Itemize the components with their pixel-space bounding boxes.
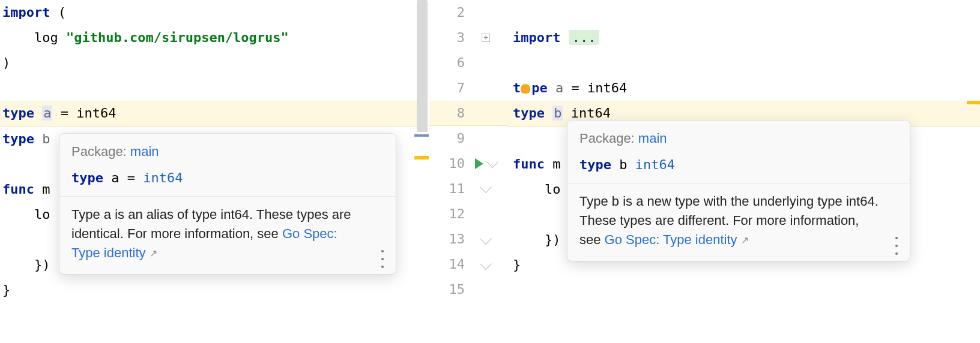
code-line[interactable]: } [0,278,420,303]
quick-doc-popup[interactable]: Package: main type a = int64 Type a is a… [59,133,396,275]
keyword-type-part: t [513,80,521,95]
text: lo [513,182,560,197]
line-number: 2 [429,0,465,25]
keyword-func: func [513,157,545,172]
identifier: a [111,170,119,185]
text: } [2,282,10,297]
text: = int64 [52,106,116,121]
keyword-import: import [513,30,569,45]
keyword-type: type [2,131,34,146]
doc-link[interactable]: Go Spec: Type identity ↗ [605,232,749,247]
identifier-a[interactable]: a [42,106,52,121]
line-number: 14 [429,252,465,277]
text: int64 [563,106,610,121]
fold-open-icon[interactable] [480,181,492,193]
editor-gutter: 2 3+ 6 7 8 9 10 11 12 13 14 15 [429,0,507,343]
text: } [513,257,521,272]
package-label: Package: [71,144,130,159]
scrollbar-thumb[interactable] [417,0,428,132]
popup-definition-row: type a = int64 [59,164,396,196]
gutter-row[interactable]: 8 [429,101,507,126]
gutter-row[interactable]: 2 [429,0,507,25]
more-actions-icon[interactable] [377,250,389,268]
popup-package-row: Package: main [567,121,910,151]
text: ) [2,55,10,70]
text: = int64 [563,80,627,95]
run-gutter-icon[interactable] [475,158,483,169]
space [34,106,42,121]
gutter-row[interactable]: 3+ [429,25,507,50]
text: ( [50,5,66,20]
more-actions-icon[interactable] [891,237,903,255]
code-line-blank[interactable] [0,76,420,101]
external-link-icon: ↗ [741,235,749,245]
identifier-b[interactable]: b [552,106,563,121]
gutter-row[interactable]: 13 [429,227,507,252]
folded-code-badge[interactable]: ... [569,30,600,45]
gutter-row[interactable]: 7 [429,76,507,101]
external-link-icon: ↗ [150,248,157,258]
space [627,157,635,172]
type-name: int64 [635,157,675,172]
line-number: 13 [429,227,465,252]
space [34,131,42,146]
gutter-row[interactable]: 14 [429,252,507,277]
gutter-row[interactable]: 12 [429,201,507,227]
code-line[interactable]: import ... [507,25,980,50]
code-line-blank[interactable] [507,50,980,76]
gutter-row[interactable]: 15 [429,277,507,302]
keyword-type: type [71,170,103,185]
string-literal: "github.com/sirupsen/logrus" [66,30,289,45]
code-line[interactable]: log "github.com/sirupsen/logrus" [0,25,420,50]
popup-definition-row: type b int64 [567,151,910,183]
code-line[interactable]: tpe a = int64 [507,76,980,101]
code-line-blank[interactable] [507,0,980,25]
text: lo [2,207,50,222]
doc-link-text: Go Spec: Type identity [605,232,737,247]
intention-bulb-icon[interactable] [521,84,530,94]
text: m [545,157,561,172]
popup-description: Type a is an alias of type int64. These … [59,196,396,274]
fold-end-icon[interactable] [480,258,492,270]
code-line-highlighted[interactable]: type a = int64 [0,101,420,127]
fold-closed-icon[interactable]: + [482,34,490,42]
marker-stripe[interactable] [414,156,429,160]
package-link[interactable]: main [638,131,667,146]
identifier-a: a [555,80,563,95]
popup-package-row: Package: main [59,134,396,164]
line-number: 10 [429,151,465,176]
line-number: 9 [429,126,465,151]
keyword-type: type [2,106,34,121]
text: = [119,170,143,185]
space [103,170,111,185]
text: m [34,182,50,197]
gutter-row[interactable]: 11 [429,176,507,201]
quick-doc-popup[interactable]: Package: main type b int64 Type b is a n… [567,120,910,261]
line-number: 12 [429,201,465,227]
fold-open-icon[interactable] [486,156,498,168]
text: log [2,30,66,45]
keyword-type: type [513,106,552,121]
gutter-row[interactable]: 10 [429,151,507,176]
line-number: 7 [429,76,465,101]
text: }) [2,257,50,272]
identifier: b [619,157,627,172]
keyword-type-part: pe [531,80,555,95]
marker-stripe[interactable] [414,134,429,137]
code-line[interactable]: import ( [0,0,420,25]
gutter-row[interactable]: 6 [429,50,507,76]
type-name: int64 [143,170,183,185]
code-line[interactable]: ) [0,50,420,76]
line-number: 15 [429,277,465,302]
package-label: Package: [579,131,638,146]
keyword-type: type [579,157,611,172]
identifier-b: b [42,131,50,146]
fold-end-icon[interactable] [480,233,492,245]
package-link[interactable]: main [130,144,159,159]
marker-stripe[interactable] [967,101,980,104]
line-number: 6 [429,50,465,76]
line-number: 8 [429,101,465,126]
line-number: 3 [429,25,465,50]
text: }) [513,232,560,247]
gutter-row[interactable]: 9 [429,126,507,151]
